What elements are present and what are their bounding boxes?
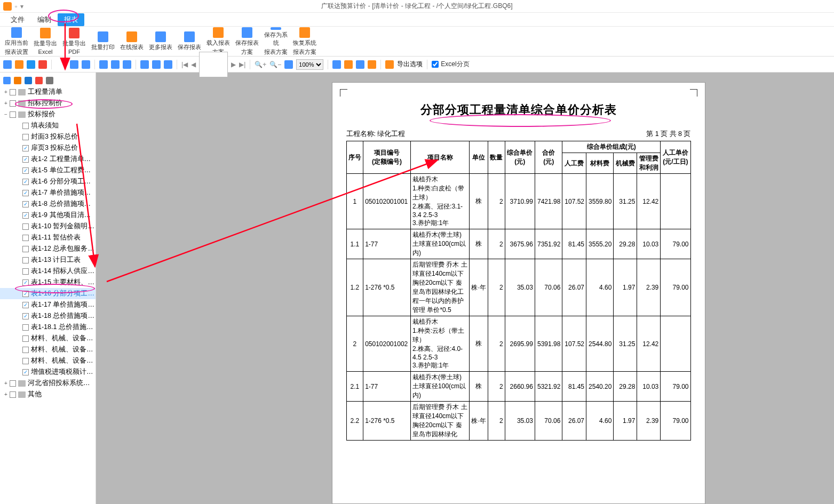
checkbox[interactable]: ✓ <box>22 302 29 308</box>
checkbox[interactable] <box>10 380 16 387</box>
tree-item[interactable]: ✓表1-8 总价措施项… <box>0 198 96 210</box>
tree-item[interactable]: 封面3 投标总价 <box>0 131 96 142</box>
checkbox[interactable] <box>10 89 16 95</box>
tree-item[interactable]: ✓表1-17 单价措施项… <box>0 299 96 310</box>
checkbox[interactable]: ✓ <box>22 279 29 286</box>
tree-item[interactable]: −投标报价 <box>0 109 96 120</box>
expand-icon[interactable]: + <box>3 380 9 386</box>
zoom-out-icon[interactable]: 🔍− <box>269 61 281 68</box>
tool-icon[interactable] <box>140 60 149 69</box>
tree-tool-icon[interactable] <box>35 77 43 84</box>
expand-icon[interactable]: − <box>3 111 9 117</box>
next-page-icon[interactable]: ▶ <box>231 61 236 68</box>
report-viewer[interactable]: 分部分项工程量清单综合单价分析表 工程名称: 绿化工程 第 1 页 共 8 页 … <box>96 73 834 504</box>
first-page-icon[interactable]: |◀ <box>181 61 188 68</box>
tree-item[interactable]: 表1-11 暂估价表 <box>0 232 96 243</box>
menu-edit[interactable]: 编制 <box>31 13 58 26</box>
checkbox[interactable] <box>22 324 29 331</box>
tool-icon[interactable] <box>70 60 78 69</box>
tree-item[interactable]: +其他 <box>0 389 96 400</box>
checkbox[interactable]: ✓ <box>22 291 29 297</box>
checkbox[interactable]: ✓ <box>22 313 29 319</box>
tool-icon[interactable] <box>123 60 131 69</box>
tree-tool-icon[interactable] <box>46 77 53 84</box>
excel-paging-checkbox[interactable]: Excel分页 <box>432 60 469 69</box>
qa-icon2[interactable]: ▾ <box>20 3 23 10</box>
tree-item[interactable]: 填表须知 <box>0 120 96 131</box>
tool-icon[interactable] <box>15 60 23 69</box>
checkbox[interactable]: ✓ <box>22 156 29 163</box>
checkbox[interactable] <box>22 268 29 275</box>
export-options[interactable]: 导出选项 <box>397 60 423 69</box>
expand-icon[interactable]: + <box>3 391 9 397</box>
qa-icon[interactable]: ▫ <box>15 3 17 10</box>
zoom-select[interactable]: 100% <box>296 59 323 70</box>
tree-item[interactable]: ✓表1-7 单价措施项… <box>0 187 96 198</box>
tool-icon[interactable] <box>284 60 293 69</box>
tree-item[interactable]: +河北省招投标系统… <box>0 378 96 389</box>
tool-icon[interactable] <box>111 60 120 69</box>
tree-item[interactable]: ✓扉页3 投标总价 <box>0 142 96 154</box>
ribbon-btn-1[interactable]: 批量导出Excel <box>31 27 60 56</box>
checkbox[interactable] <box>22 347 29 353</box>
tree-item[interactable]: 表1-18.1 总价措施… <box>0 322 96 333</box>
tree-item[interactable]: 表1-10 暂列金额明… <box>0 221 96 232</box>
tree-item[interactable]: 表1-14 招标人供应… <box>0 266 96 277</box>
checkbox[interactable] <box>10 100 16 107</box>
tree-item[interactable]: ✓表1-9 其他项目清… <box>0 210 96 221</box>
expand-icon[interactable]: + <box>3 100 9 106</box>
checkbox[interactable] <box>22 335 29 342</box>
tree-tool-icon[interactable] <box>3 77 11 84</box>
tree-item[interactable]: ✓表1-6 分部分项工… <box>0 176 96 187</box>
tree-item[interactable]: ✓表1-18 总价措施项… <box>0 310 96 322</box>
tool-icon[interactable] <box>164 60 172 69</box>
tree-tool-icon[interactable] <box>14 77 21 84</box>
checkbox[interactable] <box>22 223 29 230</box>
prev-page-icon[interactable]: ◀ <box>191 61 196 68</box>
menu-file[interactable]: 文件 <box>4 13 31 26</box>
tool-icon[interactable] <box>27 60 35 69</box>
tree-item[interactable]: 表1-12 总承包服务… <box>0 243 96 254</box>
checkbox[interactable]: ✓ <box>22 145 29 151</box>
zoom-in-icon[interactable]: 🔍+ <box>255 61 266 68</box>
tool-icon[interactable] <box>3 60 12 69</box>
tree-item[interactable]: ✓表1-16 分部分项工… <box>0 288 96 299</box>
tree-item[interactable]: ✓表1-5 单位工程费… <box>0 165 96 176</box>
checkbox[interactable] <box>22 134 29 140</box>
tree-item[interactable]: 表1-13 计日工表 <box>0 254 96 266</box>
tree-item[interactable]: ✓表1-2 工程量清单… <box>0 154 96 165</box>
page-input[interactable] <box>199 52 228 77</box>
tree-item[interactable]: ✓增值税进项税额计… <box>0 366 96 378</box>
checkbox[interactable]: ✓ <box>22 190 29 196</box>
checkbox[interactable]: ✓ <box>22 201 29 207</box>
checkbox[interactable]: ✓ <box>22 212 29 219</box>
tree-item[interactable]: 材料、机械、设备… <box>0 344 96 355</box>
tool-icon[interactable] <box>38 60 47 69</box>
checkbox[interactable]: ✓ <box>22 167 29 174</box>
export-icon[interactable] <box>385 60 394 69</box>
tree-item[interactable]: +招标控制价 <box>0 98 96 109</box>
checkbox[interactable] <box>10 391 16 398</box>
checkbox[interactable] <box>22 358 29 364</box>
tool-icon[interactable] <box>344 60 353 69</box>
checkbox[interactable] <box>22 257 29 263</box>
expand-icon[interactable]: + <box>3 89 9 95</box>
tool-icon[interactable] <box>356 60 364 69</box>
last-page-icon[interactable]: ▶| <box>239 61 245 68</box>
checkbox[interactable] <box>10 111 16 118</box>
tool-icon[interactable] <box>99 60 108 69</box>
checkbox[interactable] <box>22 246 29 252</box>
tree-item[interactable]: ✓表1-15 主要材料、… <box>0 277 96 288</box>
tree-item[interactable]: +工程量清单 <box>0 86 96 98</box>
tree-item[interactable]: 材料、机械、设备… <box>0 355 96 366</box>
menu-report[interactable]: 报表 <box>58 13 84 26</box>
tool-icon[interactable] <box>332 60 341 69</box>
checkbox[interactable] <box>22 123 29 129</box>
checkbox[interactable]: ✓ <box>22 179 29 185</box>
tool-icon[interactable] <box>368 60 376 69</box>
tree-tool-icon[interactable] <box>25 77 32 84</box>
checkbox[interactable] <box>22 235 29 241</box>
ribbon-btn-0[interactable]: 应用当前报表设置 <box>2 27 31 56</box>
tree-item[interactable]: 材料、机械、设备… <box>0 333 96 344</box>
checkbox[interactable]: ✓ <box>22 369 29 375</box>
